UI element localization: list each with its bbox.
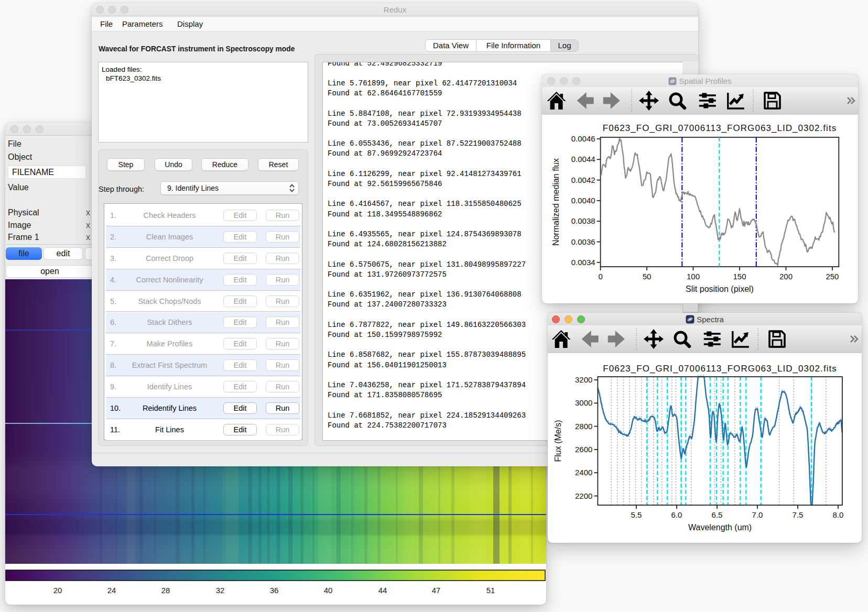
- svg-text:100: 100: [687, 272, 700, 281]
- svg-text:0: 0: [598, 272, 602, 281]
- svg-text:5.5: 5.5: [631, 510, 642, 519]
- svg-text:Normalized median flux: Normalized median flux: [551, 158, 560, 246]
- svg-text:0.0044: 0.0044: [571, 155, 595, 163]
- svg-text:7.0: 7.0: [752, 510, 763, 519]
- svg-text:150: 150: [733, 272, 746, 281]
- svg-text:250: 250: [826, 272, 839, 281]
- svg-text:Slit position (pixel): Slit position (pixel): [686, 285, 754, 293]
- svg-text:2400: 2400: [575, 468, 592, 477]
- svg-text:7.5: 7.5: [793, 510, 804, 519]
- svg-text:0.0046: 0.0046: [571, 134, 595, 143]
- svg-text:F0623_FO_GRI_07006113_FORG063_: F0623_FO_GRI_07006113_FORG063_LID_0302.f…: [603, 364, 837, 374]
- svg-text:Wavelength (um): Wavelength (um): [688, 523, 752, 532]
- svg-text:2800: 2800: [575, 422, 592, 431]
- svg-text:50: 50: [643, 272, 652, 281]
- svg-text:F0623_FO_GRI_07006113_FORG063_: F0623_FO_GRI_07006113_FORG063_LID_0302.f…: [603, 123, 837, 133]
- svg-text:Flux (Me/s): Flux (Me/s): [554, 420, 562, 462]
- svg-text:8.0: 8.0: [833, 510, 844, 519]
- svg-text:0.0036: 0.0036: [571, 237, 595, 246]
- svg-text:6.5: 6.5: [712, 510, 723, 519]
- svg-text:200: 200: [779, 272, 793, 281]
- svg-text:2200: 2200: [575, 491, 592, 500]
- svg-text:0.0034: 0.0034: [571, 258, 595, 267]
- svg-text:0.0042: 0.0042: [571, 176, 595, 184]
- svg-text:3200: 3200: [575, 375, 592, 384]
- svg-text:0.0040: 0.0040: [571, 196, 595, 205]
- svg-text:6.0: 6.0: [671, 510, 682, 519]
- svg-text:2600: 2600: [575, 445, 592, 454]
- svg-text:3000: 3000: [575, 398, 592, 407]
- svg-text:0.0038: 0.0038: [571, 216, 595, 225]
